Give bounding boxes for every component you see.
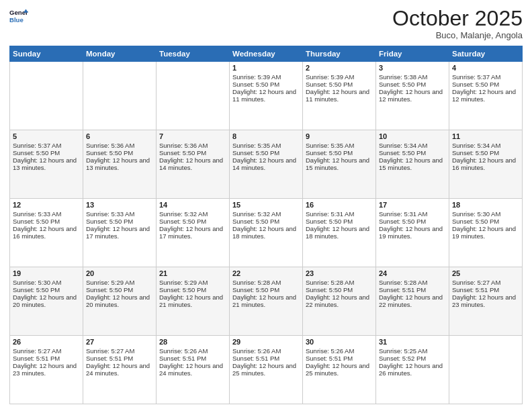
day-number: 2	[306, 64, 373, 72]
daylight-text: Daylight: 12 hours and 11 minutes.	[306, 88, 373, 103]
daylight-text: Daylight: 12 hours and 23 minutes.	[13, 362, 80, 377]
logo: General Blue	[9, 7, 28, 26]
sunrise-text: Sunrise: 5:25 AM	[379, 347, 446, 355]
title-block: October 2025 Buco, Malanje, Angola	[392, 7, 523, 40]
day-of-week-header: Monday	[83, 46, 157, 62]
daylight-text: Daylight: 12 hours and 13 minutes.	[13, 156, 80, 171]
sunrise-text: Sunrise: 5:35 AM	[232, 142, 300, 149]
logo-icon: General Blue	[9, 7, 28, 26]
calendar-cell: 20Sunrise: 5:29 AMSunset: 5:50 PMDayligh…	[83, 267, 157, 336]
day-number: 17	[379, 201, 446, 209]
sunset-text: Sunset: 5:50 PM	[306, 149, 373, 156]
sunrise-text: Sunrise: 5:28 AM	[379, 279, 446, 286]
sunset-text: Sunset: 5:52 PM	[379, 355, 446, 362]
calendar-cell: 21Sunrise: 5:29 AMSunset: 5:50 PMDayligh…	[157, 267, 230, 336]
daylight-text: Daylight: 12 hours and 12 minutes.	[452, 88, 519, 103]
sunset-text: Sunset: 5:50 PM	[452, 149, 519, 156]
day-number: 22	[232, 269, 300, 277]
day-number: 1	[232, 64, 300, 72]
calendar-cell: 7Sunrise: 5:36 AMSunset: 5:50 PMDaylight…	[157, 130, 230, 199]
day-number: 5	[13, 132, 80, 140]
sunrise-text: Sunrise: 5:26 AM	[232, 347, 300, 355]
daylight-text: Daylight: 12 hours and 20 minutes.	[13, 293, 80, 308]
calendar-cell: 2Sunrise: 5:39 AMSunset: 5:50 PMDaylight…	[303, 62, 376, 130]
day-number: 7	[159, 132, 226, 140]
sunrise-text: Sunrise: 5:36 AM	[86, 142, 153, 149]
calendar-week-row: 12Sunrise: 5:33 AMSunset: 5:50 PMDayligh…	[10, 199, 523, 267]
sunrise-text: Sunrise: 5:32 AM	[232, 210, 300, 218]
daylight-text: Daylight: 12 hours and 15 minutes.	[379, 156, 446, 171]
daylight-text: Daylight: 12 hours and 17 minutes.	[159, 225, 226, 240]
sunset-text: Sunset: 5:51 PM	[232, 355, 300, 362]
sunrise-text: Sunrise: 5:30 AM	[452, 210, 519, 218]
day-number: 30	[306, 338, 373, 346]
calendar-cell: 1Sunrise: 5:39 AMSunset: 5:50 PMDaylight…	[230, 62, 303, 130]
daylight-text: Daylight: 12 hours and 25 minutes.	[232, 362, 300, 377]
calendar-cell: 29Sunrise: 5:26 AMSunset: 5:51 PMDayligh…	[230, 336, 303, 404]
page-header: General Blue October 2025 Buco, Malanje,…	[9, 7, 523, 40]
sunrise-text: Sunrise: 5:34 AM	[379, 142, 446, 149]
daylight-text: Daylight: 12 hours and 22 minutes.	[379, 293, 446, 308]
daylight-text: Daylight: 12 hours and 15 minutes.	[306, 156, 373, 171]
day-number: 6	[86, 132, 153, 140]
calendar-cell: 26Sunrise: 5:27 AMSunset: 5:51 PMDayligh…	[10, 336, 83, 404]
calendar-cell: 18Sunrise: 5:30 AMSunset: 5:50 PMDayligh…	[449, 199, 523, 267]
daylight-text: Daylight: 12 hours and 20 minutes.	[86, 293, 153, 308]
day-number: 18	[452, 201, 519, 209]
sunset-text: Sunset: 5:51 PM	[159, 355, 226, 362]
calendar-week-row: 1Sunrise: 5:39 AMSunset: 5:50 PMDaylight…	[10, 62, 523, 130]
day-number: 21	[159, 269, 226, 277]
sunrise-text: Sunrise: 5:38 AM	[379, 73, 446, 81]
daylight-text: Daylight: 12 hours and 18 minutes.	[232, 225, 300, 240]
sunrise-text: Sunrise: 5:34 AM	[452, 142, 519, 149]
sunset-text: Sunset: 5:51 PM	[13, 355, 80, 362]
day-number: 23	[306, 269, 373, 277]
daylight-text: Daylight: 12 hours and 16 minutes.	[452, 156, 519, 171]
sunrise-text: Sunrise: 5:27 AM	[452, 279, 519, 286]
calendar-header-row: SundayMondayTuesdayWednesdayThursdayFrid…	[10, 46, 523, 62]
sunrise-text: Sunrise: 5:37 AM	[13, 142, 80, 149]
sunrise-text: Sunrise: 5:27 AM	[86, 347, 153, 355]
calendar-cell: 31Sunrise: 5:25 AMSunset: 5:52 PMDayligh…	[376, 336, 449, 404]
calendar-week-row: 19Sunrise: 5:30 AMSunset: 5:50 PMDayligh…	[10, 267, 523, 336]
day-of-week-header: Thursday	[303, 46, 376, 62]
daylight-text: Daylight: 12 hours and 26 minutes.	[379, 362, 446, 377]
day-number: 16	[306, 201, 373, 209]
calendar-cell: 27Sunrise: 5:27 AMSunset: 5:51 PMDayligh…	[83, 336, 157, 404]
calendar-cell: 9Sunrise: 5:35 AMSunset: 5:50 PMDaylight…	[303, 130, 376, 199]
calendar-cell: 10Sunrise: 5:34 AMSunset: 5:50 PMDayligh…	[376, 130, 449, 199]
day-number: 4	[452, 64, 519, 72]
sunset-text: Sunset: 5:51 PM	[306, 355, 373, 362]
sunset-text: Sunset: 5:50 PM	[232, 81, 300, 88]
sunrise-text: Sunrise: 5:29 AM	[159, 279, 226, 286]
sunrise-text: Sunrise: 5:28 AM	[306, 279, 373, 286]
day-of-week-header: Sunday	[10, 46, 83, 62]
daylight-text: Daylight: 12 hours and 19 minutes.	[379, 225, 446, 240]
calendar-cell: 16Sunrise: 5:31 AMSunset: 5:50 PMDayligh…	[303, 199, 376, 267]
sunrise-text: Sunrise: 5:33 AM	[86, 210, 153, 218]
sunset-text: Sunset: 5:50 PM	[232, 218, 300, 225]
sunrise-text: Sunrise: 5:39 AM	[232, 73, 300, 81]
calendar-cell: 17Sunrise: 5:31 AMSunset: 5:50 PMDayligh…	[376, 199, 449, 267]
calendar-page: General Blue October 2025 Buco, Malanje,…	[0, 0, 532, 411]
sunset-text: Sunset: 5:50 PM	[379, 218, 446, 225]
sunset-text: Sunset: 5:50 PM	[232, 149, 300, 156]
calendar-table: SundayMondayTuesdayWednesdayThursdayFrid…	[9, 46, 523, 404]
sunset-text: Sunset: 5:50 PM	[379, 81, 446, 88]
calendar-cell: 6Sunrise: 5:36 AMSunset: 5:50 PMDaylight…	[83, 130, 157, 199]
calendar-cell	[10, 62, 83, 130]
calendar-week-row: 5Sunrise: 5:37 AMSunset: 5:50 PMDaylight…	[10, 130, 523, 199]
day-number: 10	[379, 132, 446, 140]
daylight-text: Daylight: 12 hours and 12 minutes.	[379, 88, 446, 103]
sunset-text: Sunset: 5:51 PM	[86, 355, 153, 362]
calendar-week-row: 26Sunrise: 5:27 AMSunset: 5:51 PMDayligh…	[10, 336, 523, 404]
sunset-text: Sunset: 5:50 PM	[306, 81, 373, 88]
sunset-text: Sunset: 5:50 PM	[86, 286, 153, 293]
day-of-week-header: Saturday	[449, 46, 523, 62]
daylight-text: Daylight: 12 hours and 24 minutes.	[86, 362, 153, 377]
calendar-cell: 22Sunrise: 5:28 AMSunset: 5:50 PMDayligh…	[230, 267, 303, 336]
calendar-cell	[83, 62, 157, 130]
calendar-cell: 30Sunrise: 5:26 AMSunset: 5:51 PMDayligh…	[303, 336, 376, 404]
sunset-text: Sunset: 5:50 PM	[159, 218, 226, 225]
sunset-text: Sunset: 5:51 PM	[452, 286, 519, 293]
